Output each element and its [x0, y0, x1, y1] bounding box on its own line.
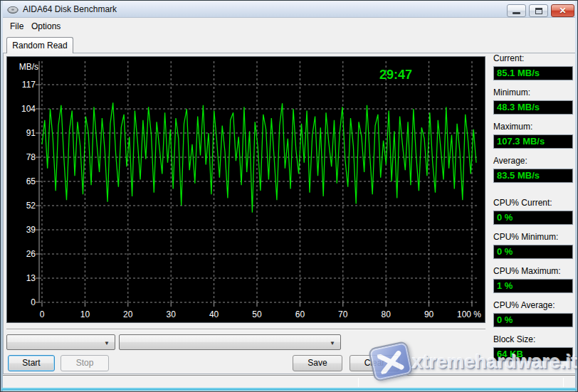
- y-tick-label: 0: [31, 297, 36, 307]
- y-tick-label: 104: [21, 104, 36, 114]
- close-icon: ✕: [559, 6, 566, 15]
- stat-value: 85.1 MB/s: [493, 66, 573, 80]
- stat-label: Minimum:: [493, 88, 573, 97]
- aida64-disk-benchmark-window: AIDA64 Disk Benchmark ✕ File Options Ran…: [0, 0, 578, 392]
- stat-value: 1 %: [493, 279, 573, 293]
- stat-value: 0 %: [493, 313, 573, 327]
- status-separator: [358, 378, 359, 387]
- hdd-disk-icon: [7, 4, 19, 16]
- x-tick-label: 80: [382, 309, 392, 319]
- x-tick-label: 10: [80, 309, 90, 319]
- stat-value: 0 %: [493, 245, 573, 259]
- tab-random-read[interactable]: Random Read: [6, 37, 73, 53]
- window-border-left: [1, 1, 3, 391]
- stat-label: Maximum:: [493, 122, 573, 132]
- status-bar: [3, 375, 577, 388]
- benchmark-series-line: [42, 102, 476, 212]
- x-tick-label: 90: [424, 309, 434, 319]
- menu-bar: File Options: [3, 18, 575, 33]
- save-button[interactable]: Save: [293, 355, 342, 371]
- stat-cpu-maximum: CPU% Maximum: 1 %: [493, 266, 573, 293]
- stat-current: Current: 85.1 MB/s: [493, 53, 573, 80]
- clear-button[interactable]: Clear: [350, 355, 399, 371]
- close-button[interactable]: ✕: [551, 4, 574, 17]
- window-title: AIDA64 Disk Benchmark: [23, 4, 117, 14]
- minimize-button[interactable]: [507, 4, 526, 17]
- stat-cpu-average: CPU% Average: 0 %: [493, 300, 573, 327]
- elapsed-time: 29:47: [379, 68, 412, 82]
- x-tick-label: 40: [209, 309, 219, 319]
- y-axis-unit-label: MB/s: [19, 62, 38, 72]
- x-tick-label: 20: [123, 309, 133, 319]
- x-tick-label: 70: [338, 309, 348, 319]
- stat-label: CPU% Minimum:: [493, 232, 573, 242]
- stat-average: Average: 83.5 MB/s: [493, 156, 573, 183]
- stat-label: Block Size:: [493, 334, 573, 344]
- stat-value: 107.3 MB/s: [493, 134, 573, 149]
- benchmark-chart-svg: 117104917865523926130MB/s010203040506070…: [7, 57, 485, 322]
- y-tick-label: 78: [26, 152, 36, 162]
- y-tick-label: 117: [22, 80, 36, 90]
- menu-file[interactable]: File: [6, 20, 28, 33]
- benchmark-type-select[interactable]: Random Read ▼: [6, 334, 115, 350]
- start-button[interactable]: Start: [8, 355, 55, 371]
- x-tick-label: 50: [252, 309, 262, 319]
- x-tick-label: 100 %: [457, 309, 481, 319]
- stat-value: 48.3 MB/s: [493, 100, 573, 115]
- stat-value: 83.5 MB/s: [493, 169, 573, 183]
- title-bar[interactable]: AIDA64 Disk Benchmark ✕: [1, 1, 577, 18]
- separator-line: [6, 329, 485, 330]
- window-border-bottom: [1, 388, 577, 391]
- stat-label: Current:: [493, 53, 573, 63]
- status-separator: [563, 378, 564, 387]
- stat-minimum: Minimum: 48.3 MB/s: [493, 88, 573, 115]
- y-tick-label: 39: [26, 225, 36, 235]
- minimize-icon: [513, 12, 520, 14]
- stat-block-size: Block Size: 64 KB: [493, 334, 573, 361]
- maximize-button[interactable]: [529, 4, 548, 17]
- y-tick-label: 26: [26, 249, 36, 259]
- y-tick-label: 65: [26, 176, 36, 186]
- stat-cpu-current: CPU% Current: 0 %: [493, 198, 573, 225]
- benchmark-chart: 117104917865523926130MB/s010203040506070…: [6, 56, 485, 323]
- x-tick-label: 60: [295, 309, 305, 319]
- maximize-icon: [535, 8, 542, 14]
- stat-value: 64 KB: [493, 347, 573, 361]
- menu-options[interactable]: Options: [27, 20, 65, 33]
- stat-value: 0 %: [493, 211, 573, 225]
- stat-label: CPU% Current:: [493, 198, 573, 208]
- stat-label: Average:: [493, 156, 573, 166]
- stat-label: CPU% Average:: [493, 300, 573, 310]
- chevron-down-icon: ▼: [330, 341, 335, 346]
- x-tick-label: 30: [167, 309, 177, 319]
- x-tick-label: 0: [40, 309, 45, 319]
- y-tick-label: 52: [26, 201, 36, 211]
- stat-cpu-minimum: CPU% Minimum: 0 %: [493, 232, 573, 259]
- chevron-down-icon: ▼: [104, 341, 110, 346]
- window-border-right: [575, 1, 577, 391]
- stat-label: CPU% Maximum:: [493, 266, 573, 276]
- y-tick-label: 91: [26, 128, 36, 138]
- y-tick-label: 13: [26, 273, 36, 283]
- stat-maximum: Maximum: 107.3 MB/s: [493, 122, 573, 149]
- stop-button[interactable]: Stop: [61, 355, 109, 371]
- disk-drive-select[interactable]: Disk Drive #0 [SAMSUNG HD154UI] (1397.3 …: [119, 334, 341, 350]
